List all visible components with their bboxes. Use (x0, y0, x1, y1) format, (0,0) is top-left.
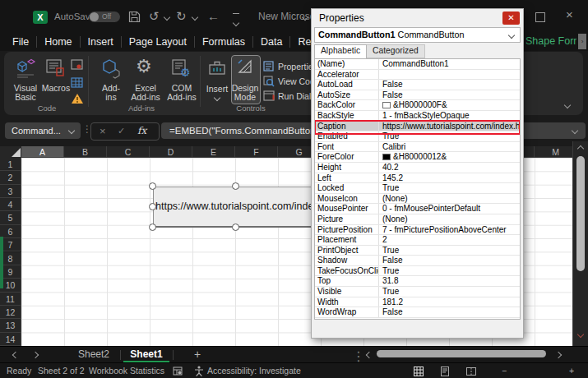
property-row-placement[interactable]: Placement2 (315, 235, 520, 246)
macros-button[interactable]: Macros (39, 84, 72, 93)
visual-basic-icon[interactable] (14, 58, 37, 79)
cancel-icon[interactable]: × (100, 125, 106, 137)
property-value[interactable]: True (379, 183, 520, 193)
sheet-nav-left-icon[interactable] (12, 352, 19, 358)
macro-recording-icon[interactable] (173, 366, 183, 376)
property-value[interactable]: 1 - fmBackStyleOpaque (379, 111, 520, 121)
vertical-scrollbar[interactable] (572, 141, 588, 346)
redo-dropdown-icon[interactable] (192, 14, 198, 21)
relative-references-icon[interactable] (71, 77, 83, 88)
selection-handle-bottom-left[interactable] (149, 224, 156, 231)
property-value[interactable]: False (379, 90, 520, 100)
tab-formulas[interactable]: Formulas (195, 36, 253, 48)
redo-button[interactable]: ↻ (176, 0, 187, 33)
insert-controls-icon[interactable] (208, 59, 226, 76)
property-row-locked[interactable]: LockedTrue (315, 183, 520, 194)
column-header-M[interactable]: M (535, 146, 572, 158)
column-header-F[interactable]: F (235, 146, 278, 158)
property-value[interactable]: Calibri (379, 142, 520, 152)
tab-shape-format[interactable]: Shape Format (525, 35, 576, 48)
properties-panel-title-bar[interactable]: Properties ✕ (312, 9, 523, 27)
property-value[interactable]: (None) (379, 214, 520, 224)
row-header-13[interactable]: 13 (0, 319, 21, 332)
property-row-mousepointer[interactable]: MousePointer0 - fmMousePointerDefault (315, 204, 520, 214)
vertical-scroll-thumb[interactable] (576, 156, 585, 271)
column-header-E[interactable]: E (192, 146, 235, 158)
excel-add-ins-icon[interactable]: ⚙ (136, 56, 152, 77)
close-window-button[interactable]: × (566, 7, 573, 21)
page-break-view-icon[interactable] (466, 366, 476, 376)
property-row-height[interactable]: Height40.2 (315, 163, 520, 173)
sheet-tab-sheet2[interactable]: Sheet2 (71, 347, 117, 362)
accessibility-status[interactable]: Accessibility: Investigate (207, 363, 301, 378)
property-value[interactable]: 145.2 (379, 173, 520, 183)
row-header-11[interactable]: 11 (0, 293, 21, 306)
column-header-B[interactable]: B (64, 146, 107, 158)
hscroll-right-icon[interactable] (555, 352, 562, 358)
tab-scroll-right-button[interactable]: › (578, 34, 586, 49)
property-row-name[interactable]: (Name)CommandButton1 (315, 59, 520, 70)
restore-window-button[interactable] (535, 12, 545, 22)
row-header-2[interactable]: 2 (0, 171, 21, 184)
hscroll-left-icon[interactable] (366, 352, 373, 358)
horizontal-scroll-thumb[interactable] (377, 350, 546, 357)
property-row-mouseicon[interactable]: MouseIcon(None) (315, 194, 520, 205)
property-row-autoload[interactable]: AutoLoadFalse (315, 80, 520, 90)
property-value[interactable]: False (379, 256, 520, 265)
property-value[interactable]: 7 - fmPicturePositionAboveCenter (379, 225, 520, 235)
row-header-3[interactable]: 3 (0, 185, 21, 198)
add-ins-icon[interactable] (102, 58, 122, 79)
command-button-object[interactable]: https://www.tutorialspoint.com/index.htm (153, 187, 313, 228)
property-row-backcolor[interactable]: BackColor&H8000000F& (315, 100, 520, 111)
macro-security-warning-icon[interactable] (71, 93, 84, 104)
excel-add-ins-button[interactable]: Excel Add-ins (127, 84, 164, 101)
property-row-top[interactable]: Top31.8 (315, 276, 520, 287)
tab-categorized[interactable]: Categorized (367, 44, 425, 58)
properties-icon[interactable] (263, 61, 274, 71)
property-value[interactable]: &H80000012& (379, 152, 520, 162)
scroll-down-icon[interactable] (577, 331, 584, 338)
selection-handle-top-left[interactable] (149, 182, 156, 190)
property-row-shadow[interactable]: ShadowFalse (315, 256, 520, 266)
com-add-ins-button[interactable]: COM Add-ins (163, 84, 201, 101)
property-value[interactable]: True (379, 266, 520, 276)
property-row-picture[interactable]: Picture(None) (315, 214, 520, 225)
run-dialog-icon[interactable] (263, 90, 275, 101)
name-box-dropdown-icon[interactable] (68, 127, 75, 134)
tab-home[interactable]: Home (37, 36, 80, 48)
autosave-toggle[interactable]: Off (89, 12, 120, 22)
view-code-icon[interactable] (263, 76, 275, 87)
property-value[interactable]: 2 (379, 235, 520, 245)
property-value[interactable]: False (379, 307, 520, 317)
sheet-tab-sheet1[interactable]: Sheet1 (123, 347, 169, 362)
row-header-14[interactable]: 14 (0, 333, 21, 346)
select-all-corner[interactable] (0, 146, 22, 159)
object-selector-dropdown-icon[interactable] (508, 32, 515, 39)
property-row-takefocusonclick[interactable]: TakeFocusOnClickTrue (315, 266, 520, 277)
row-header-12[interactable]: 12 (0, 306, 21, 319)
row-header-4[interactable]: 4 (0, 198, 21, 211)
property-value[interactable]: (None) (379, 194, 520, 204)
back-arrow-icon[interactable]: ← (207, 0, 220, 33)
property-value[interactable]: True (379, 246, 520, 256)
property-row-wordwrap[interactable]: WordWrapFalse (315, 307, 520, 318)
property-value[interactable]: True (379, 287, 520, 297)
object-selector[interactable]: CommandButton1 CommandButton (314, 27, 521, 43)
column-header-A[interactable]: A (21, 146, 64, 158)
property-row-width[interactable]: Width181.2 (315, 297, 520, 308)
sheet-nav-right-icon[interactable] (32, 352, 39, 358)
property-row-font[interactable]: FontCalibri (315, 142, 520, 153)
properties-panel-close-button[interactable]: ✕ (502, 12, 520, 25)
zoom-in-button[interactable]: + (569, 363, 574, 378)
property-row-printobject[interactable]: PrintObjectTrue (315, 246, 520, 256)
enter-icon[interactable]: ✓ (118, 126, 125, 136)
property-row-accelerator[interactable]: Accelerator (315, 70, 520, 81)
workbook-statistics-button[interactable]: Workbook Statistics (89, 363, 164, 378)
insert-function-icon[interactable]: fx (137, 125, 146, 136)
scroll-up-icon[interactable] (577, 145, 584, 152)
property-value[interactable]: False (379, 80, 520, 90)
property-value[interactable]: 0 - fmMousePointerDefault (379, 204, 520, 214)
row-header-1[interactable]: 1 (0, 158, 21, 171)
property-value[interactable]: 31.8 (379, 276, 520, 286)
property-row-autosize[interactable]: AutoSizeFalse (315, 90, 520, 101)
